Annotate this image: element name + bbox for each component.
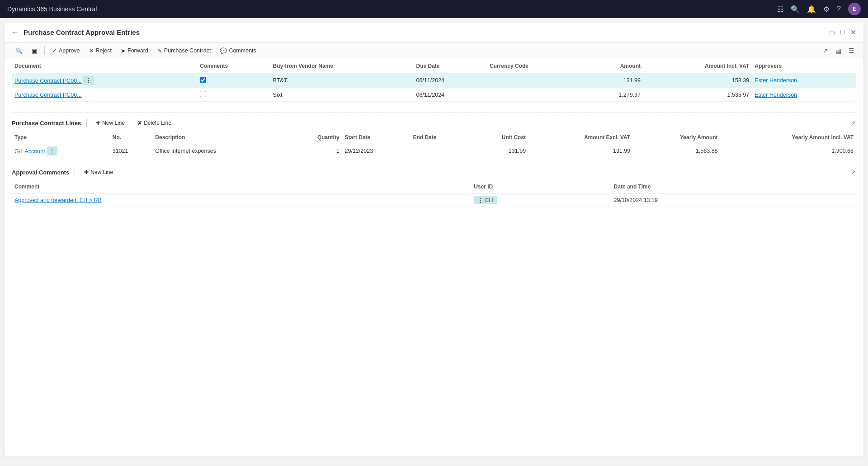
pcl-header: Purchase Contract Lines ✚ New Line ✘ Del… <box>12 118 856 127</box>
ac-col-datetime: Date and Time <box>611 180 856 193</box>
pcl-export-icon[interactable]: ↗ <box>851 119 856 127</box>
search-toolbar-icon: 🔍 <box>15 47 23 54</box>
col-due-date: Due Date <box>413 59 487 73</box>
pcl-row1-yearly: 1,583.88 <box>633 144 720 158</box>
row2-due-date: 06/11/2024 <box>413 88 487 102</box>
search-toolbar-btn[interactable]: 🔍 <box>12 46 26 56</box>
pcl-row1-end-date <box>410 144 469 158</box>
pcl-row1-description: Office internet expenses <box>152 144 287 158</box>
approve-label: Approve <box>59 47 80 54</box>
pcl-row1-unit-cost: 131.99 <box>469 144 528 158</box>
col-document: Document <box>12 59 197 73</box>
ac-row1-userid: ⋮ EH <box>471 193 611 207</box>
ac-row1-comment-link[interactable]: Approved and forwarded: EH > RB <box>14 197 102 203</box>
row2-document-link[interactable]: Purchase Contract PC00... <box>14 92 82 98</box>
row1-approver-link[interactable]: Ester Henderson <box>755 77 797 84</box>
row2-approver-link[interactable]: Ester Henderson <box>755 92 797 98</box>
row2-checkbox[interactable] <box>200 91 206 97</box>
row2-comments <box>197 88 270 102</box>
pcl-table-row: G/L Account ⋮ 31021 Office internet expe… <box>12 144 856 158</box>
user-avatar[interactable]: E <box>848 3 861 15</box>
bookmark-toolbar-icon: ▣ <box>32 47 37 54</box>
delete-line-icon: ✘ <box>137 120 142 126</box>
new-line-button[interactable]: ✚ New Line <box>92 118 128 127</box>
bookmark-toolbar-btn[interactable]: ▣ <box>28 46 41 56</box>
col-currency: Currency Code <box>487 59 584 73</box>
filter-icon[interactable]: ▦ <box>834 45 843 56</box>
pcl-row1-type: G/L Account ⋮ <box>12 144 110 158</box>
approve-button[interactable]: ✓ Approve <box>48 46 84 56</box>
forward-button[interactable]: ➤ Forward <box>117 46 152 56</box>
row1-document-link[interactable]: Purchase Contract PC00... <box>14 78 82 84</box>
fullscreen-icon[interactable]: ✕ <box>850 28 856 37</box>
pcl-col-type: Type <box>12 131 110 144</box>
pcl-row1-quantity: 1 <box>287 144 342 158</box>
new-line-label: New Line <box>102 120 125 126</box>
pcl-col-no: No. <box>110 131 153 144</box>
ac-row1-userid-menu[interactable]: ⋮ <box>477 197 483 203</box>
purchase-contract-label: Purchase Contract <box>164 47 211 54</box>
delete-line-label: Delete Line <box>144 120 171 126</box>
row1-vendor: BT&T <box>270 73 414 88</box>
ac-export-icon[interactable]: ↗ <box>851 169 856 176</box>
help-icon[interactable]: ? <box>837 5 841 13</box>
row1-menu-btn[interactable]: ⋮ <box>83 76 94 85</box>
app-title: Dynamics 365 Business Central <box>7 5 97 13</box>
row1-due-date: 06/11/2024 <box>413 73 487 88</box>
table-row: Purchase Contract PC00... ⋮ BT&T 06/11/2… <box>12 73 856 88</box>
approve-icon: ✓ <box>52 47 57 54</box>
comments-button[interactable]: 💬 Comments <box>216 46 259 56</box>
row1-amount: 131.99 <box>584 73 643 88</box>
row1-currency <box>487 73 584 88</box>
bookmark-page-icon[interactable]: ▭ <box>828 28 835 37</box>
back-button[interactable]: ← <box>12 28 19 37</box>
row2-approvers: Ester Henderson <box>752 88 856 102</box>
top-navigation: Dynamics 365 Business Central ☷ 🔍 🔔 ⚙ ? … <box>0 0 868 18</box>
settings-icon[interactable]: ⚙ <box>823 5 830 14</box>
reject-button[interactable]: ✕ Reject <box>85 46 115 56</box>
bell-icon[interactable]: 🔔 <box>807 5 816 14</box>
share-icon[interactable]: ↗ <box>821 45 830 56</box>
purchase-contract-button[interactable]: ✎ Purchase Contract <box>154 46 215 56</box>
col-vendor: Buy-from Vendor Name <box>270 59 414 73</box>
approval-table: Comment User ID Date and Time Approved a… <box>12 180 856 207</box>
table-row: Purchase Contract PC00... Sixt 06/11/202… <box>12 88 856 102</box>
col-amount-vat: Amount Incl. VAT <box>643 59 752 73</box>
approval-comments-section: Approval Comments ✚ New Line ↗ Comment U… <box>12 162 856 207</box>
row2-document: Purchase Contract PC00... <box>12 88 197 102</box>
open-new-icon[interactable]: □ <box>840 28 845 37</box>
ac-title-area: Approval Comments ✚ New Line <box>12 168 117 177</box>
col-comments: Comments <box>197 59 270 73</box>
delete-line-button[interactable]: ✘ Delete Line <box>134 118 175 127</box>
forward-icon: ➤ <box>121 47 126 54</box>
pcl-col-end-date: End Date <box>410 131 469 144</box>
pcl-col-unit-cost: Unit Cost <box>469 131 528 144</box>
toolbar: 🔍 ▣ ✓ Approve ✕ Reject ➤ Forward ✎ Purch… <box>5 42 863 59</box>
pcl-title-area: Purchase Contract Lines ✚ New Line ✘ Del… <box>12 118 175 127</box>
search-icon[interactable]: 🔍 <box>791 5 800 14</box>
page-container: ← Purchase Contract Approval Entries ▭ □… <box>5 23 863 457</box>
ac-new-line-label: New Line <box>90 169 113 175</box>
row2-vendor: Sixt <box>270 88 414 102</box>
pcl-divider <box>86 119 87 127</box>
row1-document: Purchase Contract PC00... ⋮ <box>12 73 197 88</box>
ac-new-line-button[interactable]: ✚ New Line <box>80 168 117 177</box>
pcl-col-yearly: Yearly Amount <box>633 131 720 144</box>
comments-icon: 💬 <box>220 47 227 54</box>
ac-col-userid: User ID <box>471 180 611 193</box>
pcl-row1-type-link[interactable]: G/L Account <box>14 148 45 155</box>
col-amount: Amount <box>584 59 643 73</box>
purchase-contract-icon: ✎ <box>157 47 162 54</box>
row1-checkbox[interactable] <box>200 77 206 83</box>
nav-icons: ☷ 🔍 🔔 ⚙ ? E <box>777 3 861 15</box>
row1-comments <box>197 73 270 88</box>
pcl-row1-no: 31021 <box>110 144 153 158</box>
document-icon[interactable]: ☷ <box>777 5 783 14</box>
pcl-row1-menu-btn[interactable]: ⋮ <box>47 146 57 155</box>
columns-icon[interactable]: ☰ <box>847 45 856 56</box>
pcl-col-quantity: Quantity <box>287 131 342 144</box>
pcl-col-yearly-vat: Yearly Amount Incl. VAT <box>721 131 856 144</box>
reject-label: Reject <box>96 47 112 54</box>
page-header-right: ▭ □ ✕ <box>828 28 856 37</box>
ac-row1-datetime: 29/10/2024 13:19 <box>611 193 856 207</box>
